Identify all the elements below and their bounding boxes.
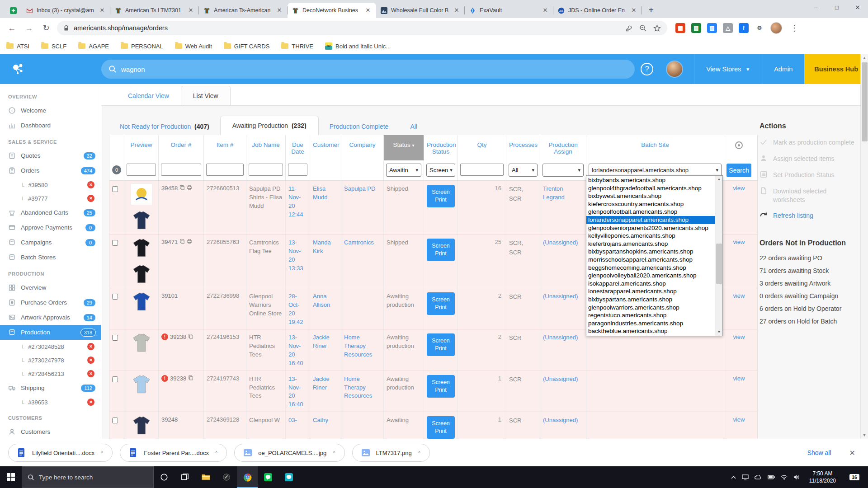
docs-extension-icon[interactable]: ▧ xyxy=(707,23,717,33)
tab-close-icon[interactable]: ✕ xyxy=(99,7,106,14)
dropdown-option[interactable]: isokapparel.americants.shop xyxy=(586,280,715,288)
taskbar-search[interactable]: Type here to search xyxy=(22,466,154,488)
scroll-up-icon[interactable]: ▲ xyxy=(861,54,868,61)
tab-list-view[interactable]: List View xyxy=(181,86,231,105)
view-link[interactable]: view xyxy=(724,371,754,412)
browser-tab[interactable]: DecoNetwork Busines✕ xyxy=(288,3,376,18)
view-link[interactable]: view xyxy=(724,412,754,441)
screen-print-button[interactable]: Screen Print xyxy=(427,375,455,398)
screen-print-button[interactable]: Screen Print xyxy=(427,416,455,439)
file-explorer-icon[interactable] xyxy=(195,466,216,488)
dropdown-option[interactable]: backtheblue.americants.shop xyxy=(586,327,715,335)
drive-extension-icon[interactable]: △ xyxy=(723,23,733,33)
sidebar-item-dashboard[interactable]: Dashboard xyxy=(0,118,101,133)
sidebar-item-customers[interactable]: Customers xyxy=(0,424,101,439)
remove-icon[interactable]: ✕ xyxy=(87,357,94,364)
shirt-thumbnail[interactable] xyxy=(131,332,152,354)
pinned-tab[interactable] xyxy=(5,3,22,18)
sidebar-item-campaigns[interactable]: Campaigns0 xyxy=(0,235,101,250)
dropdown-option[interactable]: kiefercrosscountry.americants.shop xyxy=(586,200,715,208)
browser-tab[interactable]: ExaVault✕ xyxy=(465,3,553,18)
shirt-thumbnail[interactable] xyxy=(131,415,152,436)
artwork-thumbnail[interactable] xyxy=(131,183,152,205)
close-button[interactable]: ✕ xyxy=(847,0,868,14)
tab-all[interactable]: All xyxy=(399,118,428,135)
dropdown-option[interactable]: kellyvilleponies.americants.shop xyxy=(586,232,715,240)
dropdown-option[interactable]: bixbywest.americants.shop xyxy=(586,192,715,200)
production-assign-cell[interactable]: Trenton Legrand xyxy=(540,181,586,234)
tab-close-icon[interactable]: ✕ xyxy=(542,7,549,14)
column-settings-icon[interactable] xyxy=(735,141,743,149)
due-date-cell[interactable]: 13-Nov-2016:40 xyxy=(285,329,310,370)
omnibox[interactable]: americants.shop/manage/orders xyxy=(57,21,667,35)
tab-close-icon[interactable]: ✕ xyxy=(187,7,194,14)
production-assign-cell[interactable]: (Unassigned) xyxy=(540,412,586,441)
company-cell[interactable]: Sapulpa PD xyxy=(341,181,383,234)
filter-input[interactable] xyxy=(127,164,156,176)
filter-input[interactable] xyxy=(206,164,244,176)
browser-profile-avatar[interactable] xyxy=(770,22,782,34)
sidebar-item-artwork-approvals[interactable]: Artwork Approvals14 xyxy=(0,310,101,325)
new-tab-button[interactable]: + xyxy=(645,4,657,16)
status-filter-select[interactable]: Awaitin▾ xyxy=(386,164,421,177)
view-link[interactable]: view xyxy=(724,329,754,370)
download-item[interactable]: Lilyfield Orientati....docx⌃ xyxy=(8,444,113,462)
company-cell[interactable]: Home Therapy Resources xyxy=(341,371,383,412)
company-cell[interactable] xyxy=(341,412,383,441)
scroll-up-icon[interactable]: ▲ xyxy=(715,176,723,183)
copy-icon[interactable] xyxy=(188,333,193,339)
cortana-icon[interactable] xyxy=(154,466,175,488)
sidebar-subitem[interactable]: L#2728456213✕ xyxy=(0,367,101,380)
shirt-thumbnail[interactable] xyxy=(131,210,152,231)
row-checkbox[interactable] xyxy=(112,240,118,246)
start-button[interactable] xyxy=(0,466,22,488)
show-all-downloads-button[interactable]: Show all xyxy=(801,446,838,460)
customer-cell[interactable]: Elisa Mudd xyxy=(310,181,341,234)
bookmark-folder[interactable]: SCLF xyxy=(41,43,66,50)
printer-icon[interactable] xyxy=(187,185,192,190)
sidebar-item-approve-payments[interactable]: Approve Payments0 xyxy=(0,220,101,235)
sidebar-item-orders[interactable]: Orders474 xyxy=(0,163,101,178)
screen-print-button[interactable]: Screen Print xyxy=(427,239,455,261)
scroll-down-icon[interactable]: ▼ xyxy=(861,432,868,439)
puzzle-extensions-icon[interactable]: ⚙ xyxy=(755,23,764,33)
row-checkbox[interactable] xyxy=(112,186,118,192)
wifi-icon[interactable] xyxy=(781,475,788,480)
action-center-icon[interactable]: 16 xyxy=(845,474,863,480)
view-link[interactable]: view xyxy=(724,288,754,329)
sidebar-subitem[interactable]: L#39653✕ xyxy=(0,395,101,409)
remove-icon[interactable]: ✕ xyxy=(87,399,94,406)
chevron-up-icon[interactable]: ⌃ xyxy=(332,450,336,456)
maximize-button[interactable]: □ xyxy=(826,0,847,14)
battery-icon[interactable] xyxy=(768,475,775,479)
star-icon[interactable] xyxy=(653,24,661,32)
zoom-icon[interactable] xyxy=(639,24,647,32)
customer-cell[interactable]: Manda Kirk xyxy=(310,235,341,288)
user-avatar[interactable] xyxy=(666,61,683,78)
help-icon[interactable]: ? xyxy=(641,63,653,75)
production-assign-filter-select[interactable]: ▾ xyxy=(542,164,584,177)
bookmark-folder[interactable]: Web Audit xyxy=(175,43,212,50)
browser-tab[interactable]: Wholesale Full Color B✕ xyxy=(376,3,465,18)
customer-cell[interactable]: Jackie Riner xyxy=(310,329,341,370)
bookmark-folder[interactable]: PERSONAL xyxy=(121,43,163,50)
production-assign-cell[interactable]: (Unassigned) xyxy=(540,288,586,329)
screen-print-button[interactable]: Screen Print xyxy=(427,185,455,207)
due-date-cell[interactable]: 03- xyxy=(285,412,310,441)
view-link[interactable]: view xyxy=(724,181,754,234)
shirt-thumbnail[interactable] xyxy=(131,237,152,259)
shirt-thumbnail[interactable] xyxy=(131,263,152,285)
dropdown-option[interactable]: kiefertrojans.americants.shop xyxy=(586,240,715,248)
dropdown-option[interactable]: bixbyspartanshopkins.americants.shop xyxy=(586,248,715,256)
scroll-down-icon[interactable]: ▼ xyxy=(715,328,723,336)
chat-app-icon[interactable] xyxy=(278,466,299,488)
filter-input[interactable] xyxy=(288,164,307,176)
sheets-extension-icon[interactable]: ▤ xyxy=(691,23,701,33)
remove-icon[interactable]: ✕ xyxy=(87,195,94,202)
customer-cell[interactable]: Cathy xyxy=(310,412,341,441)
browser-tab[interactable]: JDSJDS - Online Order En✕ xyxy=(553,3,642,18)
close-downloads-icon[interactable]: ✕ xyxy=(845,449,860,457)
screen-print-button[interactable]: Screen Print xyxy=(427,333,455,356)
tab-close-icon[interactable]: ✕ xyxy=(630,7,637,14)
printer-icon[interactable] xyxy=(187,239,192,244)
